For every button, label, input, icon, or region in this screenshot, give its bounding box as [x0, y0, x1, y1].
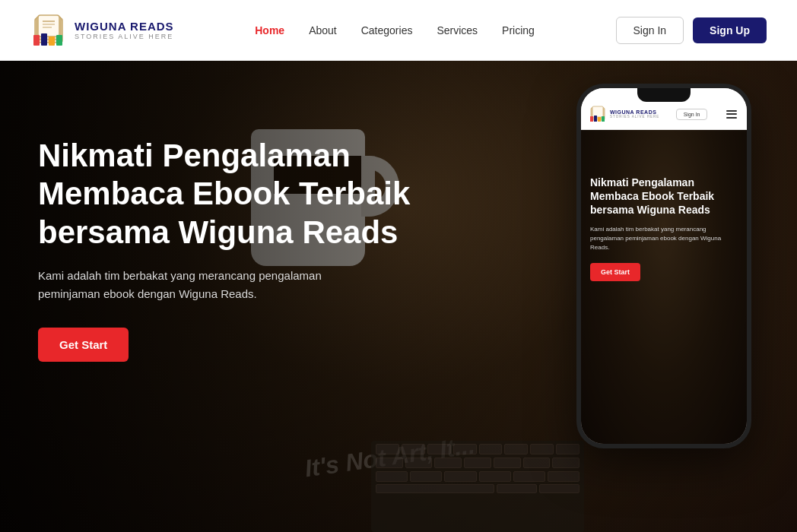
key: [376, 458, 403, 468]
nav-links: Home About Categories Services Pricing: [255, 24, 535, 37]
key: [376, 444, 399, 454]
svg-rect-9: [56, 35, 62, 46]
key: [434, 458, 462, 468]
key: [497, 484, 537, 493]
svg-rect-15: [598, 117, 601, 122]
svg-rect-6: [33, 35, 40, 46]
brand-name: WIGUNA READS: [75, 20, 174, 33]
key: [376, 471, 408, 482]
nav-buttons: Sign In Sign Up: [616, 17, 767, 44]
brand-tagline: STORIES ALIVE HERE: [75, 33, 174, 40]
svg-rect-8: [49, 36, 55, 46]
key: [410, 471, 442, 482]
nav-link-services[interactable]: Services: [437, 24, 478, 36]
key: [405, 458, 433, 468]
phone-brand-text: WIGUNA READS STORIES ALIVE HERE: [610, 109, 659, 119]
svg-rect-16: [602, 116, 605, 122]
key: [402, 444, 425, 454]
phone-get-start-button[interactable]: Get Start: [590, 263, 640, 281]
key: [530, 444, 554, 454]
hamburger-menu-button[interactable]: [724, 108, 739, 121]
hamburger-line: [726, 110, 737, 112]
nav-link-home[interactable]: Home: [255, 24, 284, 36]
hero-content: Nikmati Pengalaman Membaca Ebook Terbaik…: [38, 137, 418, 362]
key: [479, 444, 503, 454]
hamburger-line: [726, 113, 737, 115]
phone-mockup: WIGUNA READS STORIES ALIVE HERE Sign In …: [576, 84, 751, 448]
phone-brand-tagline: STORIES ALIVE HERE: [610, 115, 659, 119]
hamburger-line: [726, 117, 737, 119]
phone-hero-description: Kami adalah tim berbakat yang merancang …: [590, 225, 738, 252]
svg-rect-2: [38, 15, 59, 36]
key: [523, 458, 551, 468]
signin-button[interactable]: Sign In: [616, 17, 684, 44]
nav-item-services[interactable]: Services: [437, 24, 478, 37]
nav-item-pricing[interactable]: Pricing: [502, 24, 535, 37]
hero-section: It's Not Art, It...: [0, 61, 797, 532]
key: [504, 444, 528, 454]
key: [453, 444, 477, 454]
svg-rect-14: [594, 116, 597, 122]
key: [376, 484, 494, 493]
nav-link-about[interactable]: About: [309, 24, 337, 36]
key: [513, 471, 545, 482]
key: [464, 458, 491, 468]
hero-heading: Nikmati Pengalaman Membaca Ebook Terbaik…: [38, 137, 418, 252]
navbar: WIGUNA READS STORIES ALIVE HERE Home Abo…: [0, 0, 797, 61]
nav-item-about[interactable]: About: [309, 24, 337, 37]
key: [479, 471, 511, 482]
key: [548, 471, 579, 482]
key: [444, 471, 476, 482]
logo-icon: [30, 12, 67, 49]
phone-notch: [637, 88, 691, 102]
svg-rect-12: [592, 106, 603, 117]
key: [556, 444, 579, 454]
phone-hero-heading: Nikmati Pengalaman Membaca Ebook Terbaik…: [590, 176, 738, 217]
get-start-button[interactable]: Get Start: [38, 328, 129, 362]
logo-text: WIGUNA READS STORIES ALIVE HERE: [75, 20, 174, 40]
key: [494, 458, 521, 468]
phone-signin-button[interactable]: Sign In: [676, 109, 708, 120]
phone-logo-icon: [589, 105, 607, 123]
phone-hero-content: Nikmati Pengalaman Membaca Ebook Terbaik…: [590, 176, 738, 281]
key: [539, 484, 579, 493]
phone-brand-name: WIGUNA READS: [610, 109, 659, 115]
nav-link-categories[interactable]: Categories: [361, 24, 413, 36]
hero-description: Kami adalah tim berbakat yang merancang …: [38, 267, 327, 303]
phone-logo: WIGUNA READS STORIES ALIVE HERE: [589, 105, 659, 123]
phone-screen: WIGUNA READS STORIES ALIVE HERE Sign In …: [581, 88, 747, 444]
nav-item-categories[interactable]: Categories: [361, 24, 413, 37]
key: [552, 458, 579, 468]
phone-hero: Nikmati Pengalaman Membaca Ebook Terbaik…: [581, 130, 747, 444]
key: [427, 444, 451, 454]
signup-button[interactable]: Sign Up: [693, 17, 767, 43]
svg-rect-7: [41, 33, 47, 46]
nav-item-home[interactable]: Home: [255, 24, 284, 37]
logo: WIGUNA READS STORIES ALIVE HERE: [30, 12, 174, 49]
keyboard-decoration: [371, 441, 584, 532]
svg-rect-13: [590, 116, 593, 122]
nav-link-pricing[interactable]: Pricing: [502, 24, 535, 36]
